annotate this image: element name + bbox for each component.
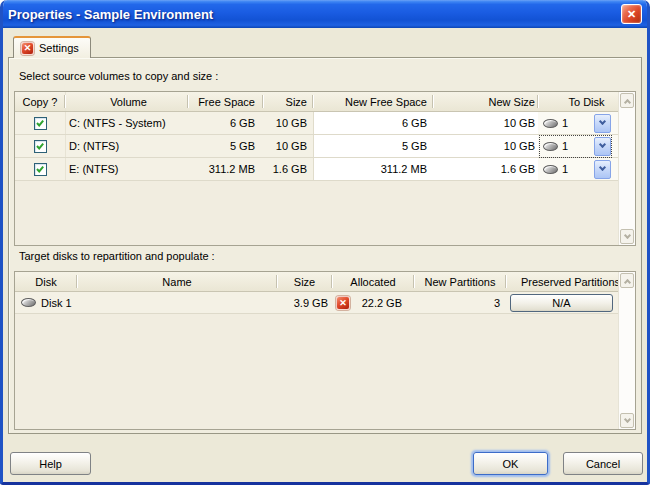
- cancel-button[interactable]: Cancel: [563, 452, 643, 475]
- scroll-down-icon[interactable]: [620, 229, 634, 244]
- disk-icon: [21, 298, 36, 307]
- title-bar: Properties - Sample Environment ✕: [0, 0, 650, 28]
- size-cell: 1.6 GB: [263, 158, 313, 180]
- column-header-allocated[interactable]: Allocated: [332, 272, 414, 291]
- new-size-field[interactable]: 1.6 GB: [433, 158, 538, 180]
- tab-label: Settings: [39, 42, 79, 54]
- tab-settings[interactable]: ✕ Settings: [13, 36, 91, 58]
- volume-cell: D: (NTFS): [66, 135, 188, 157]
- column-header-volume[interactable]: Volume: [66, 92, 188, 111]
- free-space-cell: 6 GB: [188, 112, 263, 134]
- ok-button[interactable]: OK: [473, 452, 548, 475]
- disk-icon: [543, 165, 558, 174]
- column-header-new-size[interactable]: New Size: [433, 92, 538, 111]
- window-title: Properties - Sample Environment: [8, 7, 213, 22]
- chevron-down-icon[interactable]: [594, 137, 611, 156]
- free-space-cell: 5 GB: [188, 135, 263, 157]
- disk-cell: Disk 1: [41, 297, 72, 309]
- scroll-up-icon[interactable]: [620, 273, 634, 288]
- disk-icon: [543, 119, 558, 128]
- size-cell: 10 GB: [263, 112, 313, 134]
- table-row: D: (NTFS) 5 GB 10 GB 5 GB 10 GB 1: [15, 135, 635, 158]
- column-header-new-free-space[interactable]: New Free Space: [313, 92, 433, 111]
- copy-checkbox[interactable]: [34, 117, 47, 130]
- volume-cell: E: (NTFS): [66, 158, 188, 180]
- new-partitions-cell: 3: [414, 292, 506, 313]
- new-free-space-field[interactable]: 6 GB: [313, 112, 433, 134]
- size-cell: 10 GB: [263, 135, 313, 157]
- name-cell: [77, 292, 277, 313]
- target-disks-label: Target disks to repartition and populate…: [19, 250, 215, 262]
- column-header-free-space[interactable]: Free Space: [188, 92, 263, 111]
- to-disk-combobox[interactable]: 1: [540, 136, 611, 157]
- new-free-space-field[interactable]: 5 GB: [313, 135, 433, 157]
- table-row: E: (NTFS) 311.2 MB 1.6 GB 311.2 MB 1.6 G…: [15, 158, 635, 181]
- help-button[interactable]: Help: [10, 452, 91, 475]
- to-disk-value: 1: [562, 140, 568, 152]
- source-volumes-table: Copy ? Volume Free Space Size New Free S…: [14, 91, 636, 246]
- allocated-cell: 22.2 GB: [362, 297, 402, 309]
- new-free-space-field[interactable]: 311.2 MB: [313, 158, 433, 180]
- column-header-new-partitions[interactable]: New Partitions: [414, 272, 506, 291]
- size-cell: 3.9 GB: [277, 292, 332, 313]
- chevron-down-icon[interactable]: [594, 160, 611, 179]
- target-disks-table: Disk Name Size Allocated New Partitions …: [14, 271, 636, 430]
- source-volumes-label: Select source volumes to copy and size :: [19, 70, 218, 82]
- chevron-down-icon[interactable]: [594, 114, 611, 133]
- properties-dialog: Properties - Sample Environment ✕ ✕ Sett…: [0, 0, 650, 485]
- disk-icon: [543, 142, 558, 151]
- preserved-partitions-button[interactable]: N/A: [510, 294, 613, 312]
- close-icon[interactable]: ✕: [621, 4, 642, 24]
- error-icon: ✕: [336, 296, 350, 310]
- scroll-up-icon[interactable]: [620, 93, 634, 108]
- column-header-size[interactable]: Size: [277, 272, 332, 291]
- table-row: C: (NTFS - System) 6 GB 10 GB 6 GB 10 GB…: [15, 112, 635, 135]
- source-table-header: Copy ? Volume Free Space Size New Free S…: [15, 92, 635, 112]
- to-disk-value: 1: [562, 117, 568, 129]
- target-table-header: Disk Name Size Allocated New Partitions …: [15, 272, 635, 292]
- copy-checkbox[interactable]: [34, 140, 47, 153]
- target-table-scrollbar[interactable]: [618, 272, 635, 429]
- volume-cell: C: (NTFS - System): [66, 112, 188, 134]
- to-disk-combobox[interactable]: 1: [540, 113, 611, 134]
- free-space-cell: 311.2 MB: [188, 158, 263, 180]
- column-header-size[interactable]: Size: [263, 92, 313, 111]
- to-disk-combobox[interactable]: 1: [540, 159, 611, 180]
- new-size-field[interactable]: 10 GB: [433, 135, 538, 157]
- to-disk-value: 1: [562, 163, 568, 175]
- source-table-scrollbar[interactable]: [618, 92, 635, 245]
- column-header-preserved-partitions[interactable]: Preserved Partitions: [506, 272, 635, 291]
- dialog-content: ✕ Settings Select source volumes to copy…: [3, 28, 647, 482]
- column-header-disk[interactable]: Disk: [15, 272, 77, 291]
- new-size-field[interactable]: 10 GB: [433, 112, 538, 134]
- column-header-copy[interactable]: Copy ?: [15, 92, 66, 111]
- scroll-down-icon[interactable]: [620, 413, 634, 428]
- table-row: Disk 1 3.9 GB ✕ 22.2 GB 3 N/A: [15, 292, 635, 314]
- column-header-name[interactable]: Name: [77, 272, 277, 291]
- copy-checkbox[interactable]: [34, 163, 47, 176]
- error-icon: ✕: [21, 42, 34, 55]
